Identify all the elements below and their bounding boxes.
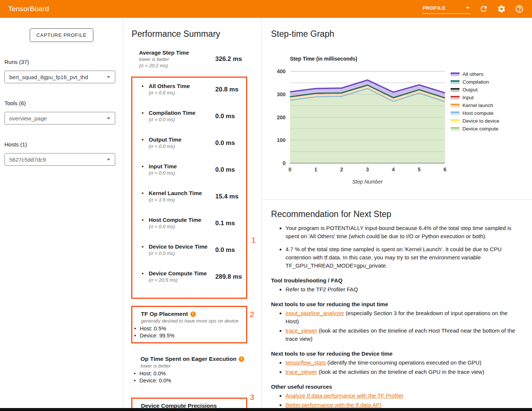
legend-swatch-icon [451,80,460,84]
tool-link[interactable]: input_pipeline_analyzer [286,310,344,316]
legend-item: Kernel launch [451,101,499,109]
capture-profile-button[interactable]: CAPTURE PROFILE [30,28,93,42]
legend-label: Input [462,95,474,100]
breakdown-value: 15.4 ms [215,193,238,200]
legend-label: Compilation [462,79,489,85]
recommendation-item: Refer to the TF2 Profiler FAQ [286,285,518,294]
info-icon[interactable]: i [239,356,244,362]
tf-op-placement-note: generally desired to have more ops on de… [141,318,246,324]
recommendation-panel: Recommendation for Next Step Your progra… [262,200,529,409]
breakdown-value: 0.0 ms [215,166,235,174]
chevron-down-icon [107,159,110,161]
breakdown-sigma: (σ = 0.0 ms) [149,170,215,176]
breakdown-sigma: (σ = 0.6 ms) [149,90,215,96]
chart-legend: All othersCompilationOutputInputKernel l… [451,70,499,133]
recommendation-item: trace_viewer (look at the activities on … [286,327,518,343]
breakdown-label: All Others Time [149,83,215,90]
list-item: Your program is POTENTIALLY input-bound … [286,224,518,240]
tool-link[interactable]: trace_viewer [286,369,317,375]
recommendation-group-heading: Next tools to use for reducing the Devic… [271,350,518,357]
x-tick-label: 1 [315,166,317,172]
summary-breakdown-row: Host Compute Time(σ = 0.0 ms)0.1 ms [132,217,246,230]
breakdown-label: Host Compute Time [149,217,215,223]
eager-execution-list: Host: 0.0%Device: 0.0% [132,370,261,384]
annotation-3: 3 [250,393,254,402]
breakdown-label: Input Time [149,163,215,170]
breakdown-sigma: (σ = 0.0 ms) [149,250,215,256]
average-step-time-sigma: (σ = 20.2 ms) [139,62,215,69]
breakdown-sigma: (σ = 20.5 ms) [149,277,215,283]
breakdown-value: 289.8 ms [215,273,242,281]
x-tick-label: 5 [418,166,421,172]
tool-link[interactable]: Better performance with the tf.data API [286,402,381,408]
average-step-time-row: Average Step Time lower is better (σ = 2… [132,49,261,69]
right-column: Step-time Graph Step Time (in millisecon… [262,18,532,411]
help-icon[interactable] [515,4,524,13]
recommendation-item: tensorflow_stats (identify the time-cons… [286,359,518,367]
reload-icon[interactable] [479,4,488,13]
step-time-chart: 01002003004000123456Step Number [273,68,448,187]
chevron-down-icon [107,117,110,119]
area-device-compute [290,88,445,163]
tool-link[interactable]: trace_viewer [286,327,317,334]
tool-link[interactable]: tensorflow_stats [286,359,326,366]
legend-swatch-icon [451,127,460,131]
y-tick-label: 0 [283,160,286,166]
breakdown-label: Output Time [149,136,215,143]
recommendation-item: input_pipeline_analyzer (especially Sect… [286,309,518,326]
x-tick-label: 2 [340,166,343,172]
tf-op-placement-title: TF Op Placement [141,310,188,318]
recommendation-title: Recommendation for Next Step [271,209,518,219]
x-tick-label: 3 [366,166,369,172]
tf-op-placement-box: TF Op Placement i generally desired to h… [131,306,247,343]
summary-breakdown-row: Compilation Time(σ = 0.0 ms)0.0 ms [132,110,246,123]
tool-link[interactable]: Analyze tf.data performance with the TF … [286,392,403,399]
recommendation-groups: Tool troubleshooting / FAQRefer to the T… [271,277,518,409]
header-controls: PROFILE [422,4,524,14]
x-tick-label: 4 [392,166,395,172]
breakdown-label: Device Compute Time [149,270,215,277]
recommendation-item: trace_viewer (look at the activities on … [286,368,518,376]
legend-swatch-icon [451,111,460,115]
recommendation-group: Next tools to use for reducing the input… [271,301,518,343]
chart-title: Step Time (in milliseconds) [290,56,357,62]
eager-execution-note: lower is better [141,363,261,369]
summary-breakdown-row: Output Time(σ = 0.0 ms)0.0 ms [132,136,246,149]
list-item: 4.7 % of the total step time sampled is … [286,245,518,270]
summary-breakdown-row: Device to Device Time(σ = 0.0 ms)0.0 ms [132,243,246,256]
settings-icon[interactable] [497,4,506,13]
breakdown-label: Device to Device Time [149,243,215,250]
legend-item: Host compute [451,109,499,117]
recommendation-item: Analyze tf.data performance with the TF … [286,392,518,400]
legend-label: Output [462,87,478,93]
tools-select[interactable]: overview_page [4,112,115,124]
list-item: Host: 0.5% [132,325,246,332]
legend-item: Output [451,86,499,94]
summary-breakdown-row: All Others Time(σ = 0.6 ms)20.8 ms [132,83,246,96]
step-time-breakdown-box: All Others Time(σ = 0.6 ms)20.8 msCompil… [131,77,247,299]
tools-group: Tools (6) overview_page [0,100,123,124]
legend-item: Device compute [451,125,499,133]
breakdown-value: 0.0 ms [215,113,235,120]
app-title: TensorBoard [8,5,49,13]
runs-select[interactable]: bert_squad_8gpu_fp16_pvt_thd [4,71,115,83]
breakdown-value: 0.0 ms [215,139,235,147]
legend-label: Device to device [462,118,499,124]
y-tick-label: 100 [277,137,286,143]
breakdown-sigma: (σ = 0.0 ms) [149,143,215,149]
breakdown-label: Compilation Time [149,110,215,116]
hosts-select[interactable]: 5627c5dd7dc9 [4,153,115,166]
legend-item: Compilation [451,78,499,86]
dashboard-select-value: PROFILE [423,5,446,11]
main-content: CAPTURE PROFILE Runs (37) bert_squad_8gp… [0,18,532,411]
dashboard-select[interactable]: PROFILE [422,4,470,14]
tools-label: Tools (6) [4,100,115,106]
recommendation-group-heading: Tool troubleshooting / FAQ [271,277,518,284]
info-icon[interactable]: i [190,311,196,317]
breakdown-value: 20.8 ms [215,86,238,93]
summary-breakdown-row: Device Compute Time(σ = 20.5 ms)289.8 ms [132,270,246,283]
y-tick-label: 300 [277,91,286,97]
app-header: TensorBoard PROFILE [0,0,532,18]
runs-select-value: bert_squad_8gpu_fp16_pvt_thd [9,74,88,80]
tf-op-placement-list: Host: 0.5%Device: 99.5% [132,325,246,339]
